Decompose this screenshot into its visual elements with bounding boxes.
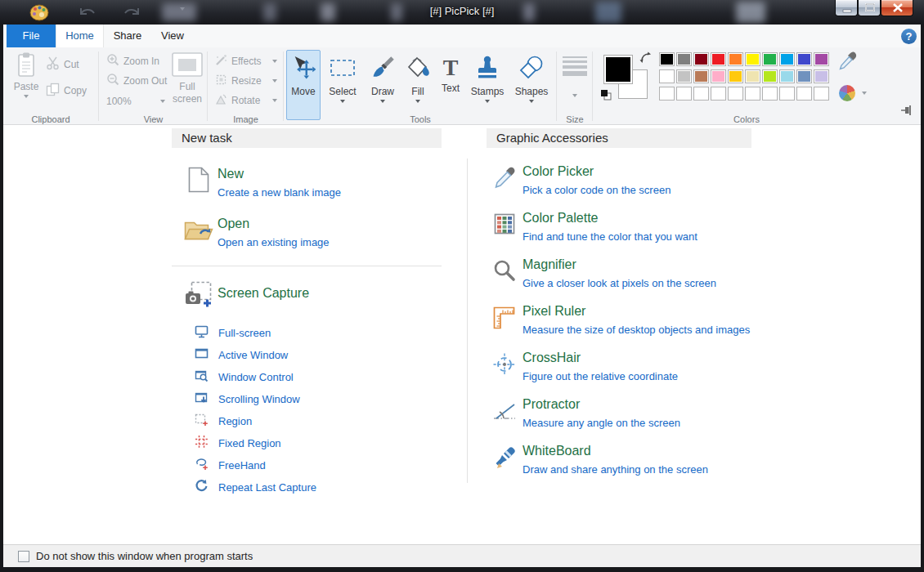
color-swatch[interactable]: [814, 87, 829, 101]
color-swatch[interactable]: [711, 87, 726, 101]
help-icon[interactable]: ?: [901, 29, 917, 44]
minimize-button[interactable]: [835, 0, 858, 16]
move-tool-button[interactable]: Move: [286, 50, 321, 120]
shapes-dropdown-icon: [529, 100, 534, 103]
color-swatch[interactable]: [693, 87, 709, 101]
color-swatch[interactable]: [796, 52, 812, 66]
color-palette-grid: [659, 52, 829, 101]
color-swatch[interactable]: [676, 87, 692, 101]
repeat-capture-icon: [195, 479, 209, 496]
accessory-whiteboard[interactable]: WhiteBoard Draw and share anything on th…: [487, 444, 751, 490]
open-item[interactable]: Open Open an existing image: [172, 217, 442, 248]
group-label-image: Image: [209, 114, 283, 124]
more-colors-dropdown-icon[interactable]: [862, 92, 867, 95]
color-wheel-icon[interactable]: [839, 85, 855, 101]
fill-tool-button[interactable]: Fill: [402, 50, 433, 120]
group-label-clipboard: Clipboard: [3, 114, 98, 124]
color-swatch[interactable]: [676, 69, 692, 83]
shapes-tool-button[interactable]: Shapes: [510, 50, 553, 120]
color-swatch[interactable]: [745, 52, 760, 66]
graphic-accessories-section: Graphic Accessories Color Picker Pick a …: [487, 128, 751, 490]
capture-item-scrolling-window[interactable]: Scrolling Window: [172, 388, 442, 410]
cut-button[interactable]: Cut: [46, 56, 79, 74]
capture-item-repeat-last-capture[interactable]: Repeat Last Capture: [172, 476, 442, 498]
color-swatch[interactable]: [659, 87, 675, 101]
draw-tool-button[interactable]: Draw: [365, 50, 401, 120]
resize-dropdown-icon: [272, 79, 277, 83]
capture-item-freehand[interactable]: FreeHand: [172, 454, 442, 476]
color-swatch[interactable]: [659, 52, 675, 66]
copy-button[interactable]: Copy: [46, 82, 87, 100]
color-swatch[interactable]: [728, 52, 743, 66]
capture-item-region[interactable]: Region: [172, 410, 442, 432]
capture-item-fixed-region[interactable]: Fixed Region: [172, 432, 442, 454]
color-swatch[interactable]: [728, 69, 743, 83]
accessory-color-palette[interactable]: Color Palette Find and tune the color th…: [487, 211, 751, 257]
color-swatch[interactable]: [728, 87, 743, 101]
color-swatch[interactable]: [762, 52, 778, 66]
tab-home[interactable]: Home: [56, 25, 104, 47]
close-button[interactable]: [881, 0, 913, 16]
color-swatch[interactable]: [711, 69, 726, 83]
swap-colors-icon[interactable]: [639, 51, 652, 67]
new-item[interactable]: New Create a new blank image: [172, 167, 442, 199]
startup-checkbox[interactable]: [18, 551, 29, 562]
stamps-tool-button[interactable]: Stamps: [468, 50, 507, 120]
screen-capture-item: Screen Capture: [172, 281, 442, 309]
color-swatch[interactable]: [676, 52, 692, 66]
color-swatch[interactable]: [779, 69, 795, 83]
color-swatch[interactable]: [796, 69, 812, 83]
window-body: File Home Share View ? Paste: [3, 25, 921, 567]
zoom-level-combo[interactable]: 100%: [106, 92, 165, 110]
resize-icon: [215, 74, 227, 89]
color-swatch[interactable]: [745, 69, 760, 83]
color-swatch[interactable]: [693, 69, 709, 83]
group-label-view: View: [100, 114, 207, 124]
tab-file[interactable]: File: [7, 25, 56, 47]
accessory-magnifier[interactable]: Magnifier Give a closer look at pixels o…: [487, 257, 751, 304]
stamps-dropdown-icon: [485, 100, 490, 103]
color-swatch[interactable]: [762, 69, 778, 83]
zoom-out-button[interactable]: Zoom Out: [106, 72, 167, 90]
new-document-icon: [183, 167, 214, 193]
text-tool-button[interactable]: T Text: [435, 50, 466, 120]
fill-dropdown-icon: [415, 100, 420, 103]
maximize-button[interactable]: [858, 0, 881, 16]
color-swatch[interactable]: [814, 69, 829, 83]
tab-view[interactable]: View: [151, 25, 194, 47]
zoom-in-button[interactable]: Zoom In: [106, 52, 159, 70]
color-swatch[interactable]: [659, 69, 675, 83]
capture-item-window-control[interactable]: Window Control: [172, 366, 442, 388]
color-palette-icon: [487, 211, 523, 235]
select-tool-button[interactable]: Select: [324, 50, 361, 120]
foreground-color-swatch[interactable]: [603, 55, 633, 84]
capture-item-full-screen[interactable]: Full-screen: [172, 322, 442, 344]
line-size-button[interactable]: [562, 54, 588, 97]
color-swatch[interactable]: [779, 52, 795, 66]
color-swatch[interactable]: [762, 87, 778, 101]
color-swatch[interactable]: [814, 52, 829, 66]
ribbon-tab-row: File Home Share View ?: [3, 25, 921, 47]
color-swatch[interactable]: [745, 87, 760, 101]
accessory-color-picker[interactable]: Color Picker Pick a color code on the sc…: [487, 164, 751, 211]
eyedropper-icon[interactable]: [839, 51, 857, 78]
pin-ribbon-icon[interactable]: [900, 105, 913, 119]
effects-button[interactable]: Effects: [215, 52, 277, 70]
full-screen-button[interactable]: Full screen: [168, 51, 206, 105]
capture-item-active-window[interactable]: Active Window: [172, 344, 442, 366]
color-swatch[interactable]: [796, 87, 812, 101]
accessory-crosshair[interactable]: CrossHair Figure out the relative coordi…: [487, 351, 751, 397]
new-task-header: New task: [172, 128, 442, 148]
color-swatch[interactable]: [693, 52, 709, 66]
color-swatch[interactable]: [711, 52, 726, 66]
accessory-pixel-ruler[interactable]: Pixel Ruler Measure the size of desktop …: [487, 304, 751, 351]
stamps-icon: [476, 56, 499, 83]
default-colors-icon[interactable]: [600, 89, 612, 104]
rotate-button[interactable]: Rotate: [215, 92, 277, 109]
paste-button[interactable]: Paste: [8, 51, 44, 98]
accessory-protractor[interactable]: Protractor Measure any angle on the scre…: [487, 397, 751, 444]
resize-button[interactable]: Resize: [215, 72, 277, 90]
tab-share[interactable]: Share: [104, 25, 151, 47]
color-swatch[interactable]: [779, 87, 795, 101]
rotate-dropdown-icon: [272, 99, 277, 102]
